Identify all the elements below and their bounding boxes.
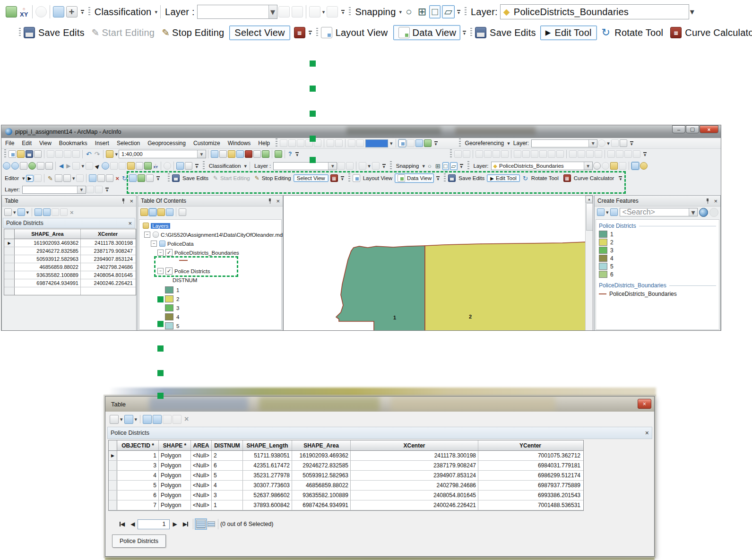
undo-icon[interactable]: ↶: [86, 150, 92, 158]
column-header[interactable]: YCenter: [478, 440, 582, 450]
python-window-icon[interactable]: [253, 150, 261, 158]
edit-annotation-icon[interactable]: [146, 174, 154, 182]
toolbar-icon[interactable]: [624, 150, 632, 158]
edge-snapping-icon[interactable]: ▱: [442, 5, 455, 18]
toolbar-icon[interactable]: [569, 150, 577, 158]
label-manager-icon[interactable]: [86, 186, 94, 193]
go-to-xy-icon[interactable]: ○XY: [153, 163, 157, 169]
legend-class-row[interactable]: 4: [165, 312, 281, 321]
show-selected-records-icon[interactable]: [207, 521, 215, 527]
toolbar-icon[interactable]: [297, 139, 304, 147]
toolbar-options-chevron[interactable]: ▾: [460, 164, 463, 168]
table-panel-titlebar[interactable]: Table ×: [2, 196, 136, 207]
map-vertical-scrollbar[interactable]: ▴: [585, 196, 593, 331]
menu-item[interactable]: Insert: [91, 138, 113, 148]
zoom-to-selected-icon[interactable]: [60, 208, 68, 216]
column-header[interactable]: AREA: [191, 440, 212, 450]
combo-dropdown-icon[interactable]: ▾: [197, 150, 206, 158]
arctoolbox-icon[interactable]: [245, 150, 252, 158]
column-header[interactable]: SHAPE_Area: [292, 440, 351, 450]
contrast-icon[interactable]: [593, 162, 601, 170]
column-header[interactable]: OBJECTID *: [117, 440, 159, 450]
combo-dropdown-icon[interactable]: ▾: [588, 140, 597, 147]
brightness-icon[interactable]: [602, 162, 609, 170]
menu-item[interactable]: Bookmarks: [55, 138, 91, 148]
select-cursor-icon[interactable]: [327, 6, 338, 17]
toolbar-options-chevron[interactable]: ▾: [341, 176, 344, 181]
toolbar-icon[interactable]: [633, 150, 640, 158]
toolbar-icon[interactable]: [407, 139, 415, 147]
sketch-tool-icon[interactable]: ✎: [48, 175, 53, 182]
map-scale-combo[interactable]: 1:40,000▾: [119, 150, 206, 158]
combo-dropdown-icon[interactable]: ▾: [689, 208, 697, 216]
toc-item-database[interactable]: − C:\GIS520\Assignment14\Data\CityOfOlea…: [142, 230, 281, 239]
collapse-icon[interactable]: −: [151, 241, 157, 247]
effects-icon[interactable]: [640, 162, 648, 170]
pin-icon[interactable]: [268, 198, 272, 204]
georeferencing-layer-combo[interactable]: ▾: [531, 139, 597, 147]
reshape-icon[interactable]: [89, 174, 96, 182]
toolbar-icon[interactable]: [556, 150, 564, 158]
next-record-button[interactable]: ▶: [173, 521, 177, 527]
toolbar-options-chevron[interactable]: ▾: [341, 10, 345, 14]
attributes-icon[interactable]: [129, 174, 137, 182]
table-row[interactable]: ▶ 161902093.469362 2411178.300198: [4, 239, 136, 247]
whats-this-icon[interactable]: ?: [288, 151, 292, 157]
magnifier-icon[interactable]: [185, 162, 192, 170]
dialog-titlebar[interactable]: Table ×: [105, 396, 654, 412]
toolbar-icon[interactable]: [578, 150, 585, 158]
end-snapping-icon[interactable]: ⊞: [435, 163, 441, 170]
table-row[interactable]: 7 Polygon <Null> 1 37893.600842 69874264…: [109, 500, 583, 510]
rotate-icon[interactable]: ↻: [122, 175, 127, 182]
close-icon[interactable]: ×: [714, 198, 717, 205]
open-icon[interactable]: [17, 150, 25, 158]
data-view-button[interactable]: Data View: [395, 173, 434, 183]
table-row[interactable]: 69874264.934991 2400246.226421: [4, 279, 136, 287]
toc-item-boundaries[interactable]: − ✓ PoliceDistricts_Boundaries: [142, 248, 281, 257]
start-editing-button[interactable]: Start Editing: [220, 175, 250, 181]
vertex-snapping-icon[interactable]: □: [442, 162, 449, 170]
toolbar-icon[interactable]: [475, 150, 483, 158]
measure-icon[interactable]: [127, 162, 135, 170]
legend-class-row[interactable]: 3: [165, 303, 281, 312]
collapse-icon[interactable]: −: [144, 232, 150, 238]
list-by-visibility-icon[interactable]: [157, 208, 165, 216]
close-icon[interactable]: ×: [128, 220, 132, 227]
close-icon[interactable]: ×: [130, 198, 133, 205]
toolbar-icon[interactable]: [424, 139, 432, 147]
column-header[interactable]: SHAPE_Length: [243, 440, 292, 450]
end-snapping-icon[interactable]: ⊞: [418, 6, 427, 18]
toolbar-icon[interactable]: [514, 150, 521, 158]
toolbar-options-chevron[interactable]: ▾: [643, 152, 647, 156]
toc-item-districts[interactable]: − ✓ Police Districts: [142, 267, 281, 276]
cf-template-row[interactable]: 6: [596, 270, 719, 278]
clear-selection-icon[interactable]: [163, 415, 172, 424]
table-icon[interactable]: [278, 6, 290, 17]
switch-selection-icon[interactable]: [43, 208, 51, 216]
link-table-icon[interactable]: [620, 139, 627, 147]
split-icon[interactable]: [97, 174, 105, 182]
table-row[interactable]: ▶ 1 Polygon <Null> 2 51711.938051 161902…: [109, 451, 583, 461]
go-to-xy-icon[interactable]: ○XY: [20, 7, 28, 17]
table-row[interactable]: 46856859.88022 2402798.24686: [4, 263, 136, 271]
search-icon[interactable]: [699, 208, 708, 217]
delete-vertex-icon[interactable]: ×: [115, 175, 119, 182]
target-layer-combo[interactable]: ◆ PoliceDistricts_Boundaries: [500, 4, 689, 19]
cf-template-row[interactable]: 5: [596, 262, 719, 270]
layout-view-button[interactable]: Layout View: [363, 175, 392, 181]
toolbar-options-chevron[interactable]: ▾: [195, 164, 199, 168]
toolbar-icon[interactable]: [493, 150, 500, 158]
catalog-icon[interactable]: [228, 150, 235, 158]
polygon-sketch-icon[interactable]: [63, 174, 71, 182]
swipe-layer-icon[interactable]: [610, 162, 618, 170]
cf-group-boundaries[interactable]: PoliceDistricts_Boundaries: [599, 282, 716, 289]
polygon-tool-icon[interactable]: [309, 6, 320, 17]
polygon-tool-icon[interactable]: [359, 162, 366, 170]
toolbar-icon[interactable]: [288, 139, 296, 147]
fixed-zoom-out-icon[interactable]: [45, 162, 53, 170]
menu-item[interactable]: Edit: [18, 138, 35, 148]
trace-tool-icon[interactable]: [34, 174, 42, 182]
toolbar-icon[interactable]: [335, 139, 343, 147]
sketch-properties-icon[interactable]: [138, 174, 145, 182]
georeferencing-menu[interactable]: Georeferencing: [465, 140, 504, 146]
